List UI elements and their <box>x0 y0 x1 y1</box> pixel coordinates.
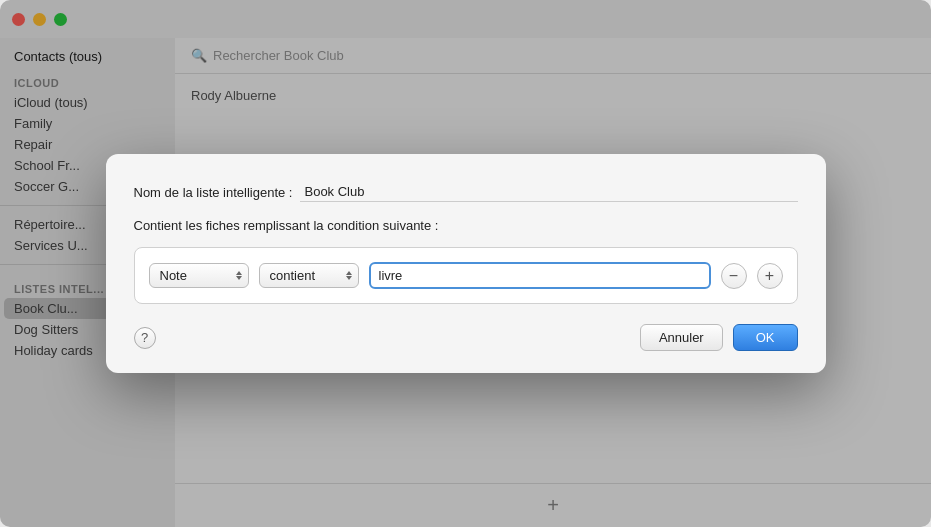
modal-overlay: Nom de la liste intelligente : Contient … <box>0 0 931 527</box>
modal-description: Contient les fiches remplissant la condi… <box>134 218 798 233</box>
add-condition-button[interactable]: + <box>757 263 783 289</box>
operator-selector-label: contient <box>270 268 340 283</box>
name-row: Nom de la liste intelligente : <box>134 182 798 202</box>
name-label: Nom de la liste intelligente : <box>134 185 293 200</box>
condition-value-input[interactable] <box>369 262 711 289</box>
cancel-button[interactable]: Annuler <box>640 324 723 351</box>
field-selector-chevrons <box>236 271 242 280</box>
help-button[interactable]: ? <box>134 327 156 349</box>
chevron-down-icon-2 <box>346 276 352 280</box>
remove-condition-button[interactable]: − <box>721 263 747 289</box>
operator-selector[interactable]: contient <box>259 263 359 288</box>
operator-selector-chevrons <box>346 271 352 280</box>
chevron-down-icon <box>236 276 242 280</box>
ok-button[interactable]: OK <box>733 324 798 351</box>
smart-list-name-input[interactable] <box>300 182 797 202</box>
chevron-up-icon-2 <box>346 271 352 275</box>
modal-footer: ? Annuler OK <box>134 324 798 351</box>
field-selector-label: Note <box>160 268 230 283</box>
chevron-up-icon <box>236 271 242 275</box>
condition-row: Note contient − <box>149 262 783 289</box>
smart-list-dialog: Nom de la liste intelligente : Contient … <box>106 154 826 373</box>
condition-area: Note contient − <box>134 247 798 304</box>
field-selector[interactable]: Note <box>149 263 249 288</box>
